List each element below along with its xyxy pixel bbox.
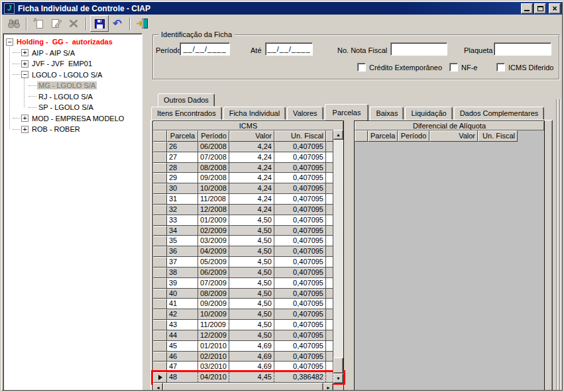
scroll-up-button[interactable]: ▲ (333, 130, 343, 140)
table-row[interactable]: 2808/20084,240,407095 (153, 163, 343, 173)
company-tree[interactable]: −Holding - GG - autorizadas+AIP - AIP S/… (3, 33, 142, 392)
cell-parcela[interactable]: 39 (167, 278, 198, 289)
periodo-input[interactable]: __/__/____ (180, 42, 230, 56)
cell-periodo[interactable]: 07/2009 (198, 278, 229, 289)
table-row[interactable]: 4311/20094,500,407095 (153, 320, 343, 330)
checkbox-icms-diferido[interactable]: ICMS Diferido (496, 63, 553, 72)
collapse-minus-icon[interactable]: − (21, 71, 28, 78)
cell-valor[interactable]: 4,24 (229, 152, 274, 163)
cell-periodo[interactable]: 07/2008 (198, 152, 229, 163)
tab-dados-complementares[interactable]: Dados Complementares (454, 107, 545, 120)
cell-un-fiscal[interactable]: 0,407095 (274, 320, 326, 330)
cell-periodo[interactable]: 10/2008 (198, 183, 229, 194)
expand-plus-icon[interactable]: + (21, 60, 28, 68)
cell-un-fiscal[interactable]: 0,407095 (274, 142, 326, 152)
cell-parcela[interactable]: 35 (167, 236, 198, 246)
cell-periodo[interactable]: 09/2009 (198, 299, 229, 309)
table-row[interactable]: 3010/20084,240,407095 (153, 183, 343, 194)
table-row[interactable]: 3503/20094,500,407095 (153, 236, 343, 246)
cell-parcela[interactable]: 34 (167, 226, 198, 236)
cell-un-fiscal[interactable]: 0,407095 (274, 278, 326, 289)
table-row[interactable]: 4008/20094,500,407095 (153, 289, 343, 299)
cell-valor[interactable]: 4,24 (229, 194, 274, 205)
column-header-parcela[interactable]: Parcela (167, 130, 198, 142)
cell-un-fiscal[interactable]: 0,407095 (274, 268, 326, 278)
table-row[interactable]: 4412/20094,500,407095 (153, 330, 343, 341)
maximize-button[interactable] (534, 3, 546, 14)
table-row[interactable]: 3212/20084,240,407095 (153, 205, 343, 215)
cell-valor[interactable]: 4,50 (229, 236, 274, 246)
cell-valor[interactable]: 4,24 (229, 183, 274, 194)
cell-parcela[interactable]: 27 (167, 152, 198, 163)
tab-liquida-o[interactable]: Liquidação (405, 107, 452, 120)
cell-parcela[interactable]: 26 (167, 142, 198, 152)
table-row[interactable]: 3806/20094,500,407095 (153, 268, 343, 278)
table-row[interactable]: 3301/20094,500,407095 (153, 215, 343, 226)
cell-parcela[interactable]: 32 (167, 205, 198, 215)
cell-periodo[interactable]: 04/2009 (198, 246, 229, 257)
tree-item-rob[interactable]: +ROB - ROBER (3, 124, 142, 135)
column-header-parcela[interactable]: Parcela (368, 130, 398, 142)
cell-un-fiscal[interactable]: 0,407095 (274, 299, 326, 309)
expand-plus-icon[interactable]: + (21, 115, 28, 122)
cell-un-fiscal[interactable]: 0,407095 (274, 205, 326, 215)
cell-valor[interactable]: 4,50 (229, 268, 274, 278)
tab-parcelas[interactable]: Parcelas (325, 104, 369, 121)
cell-un-fiscal[interactable]: 0,386482 (274, 372, 326, 383)
ate-input[interactable]: __/__/____ (265, 42, 313, 56)
save-button[interactable] (90, 15, 109, 32)
minimize-button[interactable] (521, 3, 533, 14)
cell-un-fiscal[interactable]: 0,407095 (274, 341, 326, 352)
cell-periodo[interactable]: 06/2008 (198, 142, 229, 152)
cell-valor[interactable]: 4,50 (229, 226, 274, 236)
cell-valor[interactable]: 4,50 (229, 246, 274, 257)
cell-parcela[interactable]: 30 (167, 183, 198, 194)
cell-un-fiscal[interactable]: 0,407095 (274, 289, 326, 299)
cell-periodo[interactable]: 11/2008 (198, 194, 229, 205)
cell-un-fiscal[interactable]: 0,407095 (274, 236, 326, 246)
nota-fiscal-input[interactable] (390, 42, 447, 56)
checkbox-nf-e[interactable]: NF-e (449, 63, 477, 72)
cell-parcela[interactable]: 42 (167, 309, 198, 320)
cell-parcela[interactable]: 44 (167, 330, 198, 341)
vertical-scroll-track[interactable] (333, 140, 343, 358)
tab-itens-encontrados[interactable]: Itens Encontrados (151, 107, 222, 120)
cell-valor[interactable]: 4,50 (229, 289, 274, 299)
cell-parcela[interactable]: 29 (167, 173, 198, 183)
column-header-valor[interactable]: Valor (229, 130, 274, 142)
cell-parcela[interactable]: 48 (167, 372, 198, 383)
cell-un-fiscal[interactable]: 0,407095 (274, 152, 326, 163)
cell-valor[interactable]: 4,69 (229, 352, 274, 362)
tree-item-mod[interactable]: +MOD - EMPRESA MODELO (3, 113, 142, 124)
cell-un-fiscal[interactable]: 0,407095 (274, 330, 326, 341)
cell-parcela[interactable]: 43 (167, 320, 198, 330)
cell-parcela[interactable]: 41 (167, 299, 198, 309)
column-header-un-fiscal[interactable]: Un. Fiscal (478, 130, 518, 142)
scroll-right-button[interactable]: ► (323, 383, 333, 392)
cell-periodo[interactable]: 03/2010 (198, 362, 229, 372)
checkbox-box[interactable] (357, 63, 366, 72)
cell-un-fiscal[interactable]: 0,407095 (274, 183, 326, 194)
cell-parcela[interactable]: 37 (167, 257, 198, 268)
cell-parcela[interactable]: 36 (167, 246, 198, 257)
tab-ficha-individual[interactable]: Ficha Individual (223, 107, 286, 120)
column-header-periodo[interactable]: Período (198, 130, 229, 142)
cell-un-fiscal[interactable]: 0,407095 (274, 257, 326, 268)
cell-valor[interactable]: 4,24 (229, 173, 274, 183)
cell-un-fiscal[interactable]: 0,407095 (274, 362, 326, 372)
table-row[interactable]: 3402/20094,500,407095 (153, 226, 343, 236)
exit-button[interactable] (134, 16, 151, 31)
cell-parcela[interactable]: 38 (167, 268, 198, 278)
cell-valor[interactable]: 4,69 (229, 362, 274, 372)
cell-un-fiscal[interactable]: 0,407095 (274, 194, 326, 205)
cell-valor[interactable]: 4,50 (229, 309, 274, 320)
table-row-highlighted[interactable]: 4804/20104,450,386482 (153, 372, 343, 383)
column-header-valor[interactable]: Valor (429, 130, 478, 142)
horizontal-scroll-thumb[interactable] (163, 383, 323, 392)
cell-periodo[interactable]: 02/2009 (198, 226, 229, 236)
cell-periodo[interactable]: 01/2009 (198, 215, 229, 226)
table-row[interactable]: 4501/20104,690,407095 (153, 341, 343, 352)
cell-periodo[interactable]: 02/2010 (198, 352, 229, 362)
cell-parcela[interactable]: 45 (167, 341, 198, 352)
table-row[interactable]: 4703/20104,690,407095 (153, 362, 343, 372)
